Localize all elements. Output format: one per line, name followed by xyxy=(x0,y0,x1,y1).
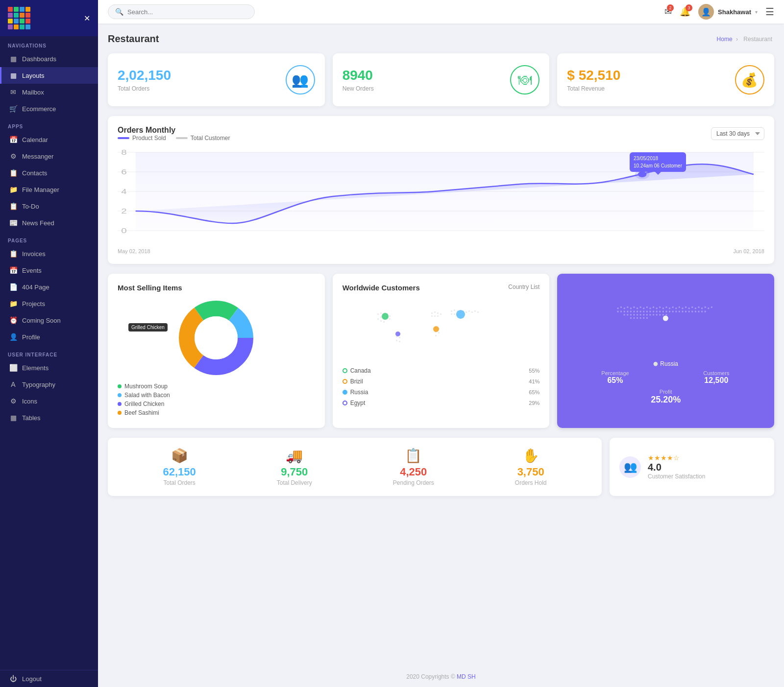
country-row-0: Canada 55% xyxy=(343,367,540,374)
page-header: Restaurant Home › Restaurant xyxy=(108,33,774,45)
nav-icon-404-page: 📄 xyxy=(9,283,17,291)
country-name-0: Canada xyxy=(343,367,371,374)
sidebar-item-profile[interactable]: 👤 Profile xyxy=(0,329,98,345)
svg-rect-44 xyxy=(471,311,473,313)
sidebar-item-elements[interactable]: ⬜ Elements xyxy=(0,359,98,376)
sum-icon-2: 📋 xyxy=(393,448,434,464)
user-info[interactable]: 👤 Shakhawat ▾ xyxy=(698,4,758,20)
svg-rect-141 xyxy=(640,317,641,319)
sidebar-item-events[interactable]: 📅 Events xyxy=(0,262,98,279)
svg-rect-142 xyxy=(643,317,644,319)
sidebar-item-calendar[interactable]: 📅 Calendar xyxy=(0,131,98,148)
nav-icon-invoices: 📋 xyxy=(9,250,17,258)
svg-rect-127 xyxy=(634,314,635,315)
close-icon[interactable]: ✕ xyxy=(84,14,90,23)
map-area xyxy=(343,304,540,367)
svg-rect-79 xyxy=(659,307,661,308)
svg-rect-123 xyxy=(705,311,706,312)
sidebar-item-messanger[interactable]: ⚙ Messanger xyxy=(0,148,98,165)
country-name-1: Brizil xyxy=(343,378,363,385)
topbar-right: ✉ 2 🔔 3 👤 Shakhawat ▾ ☰ xyxy=(664,4,774,20)
footer-link[interactable]: MD SH xyxy=(457,673,476,680)
sidebar-item-file-manager[interactable]: 📁 File Manager xyxy=(0,181,98,198)
svg-rect-66 xyxy=(617,308,619,309)
logout-icon: ⏻ xyxy=(9,675,17,683)
nav-label-mailbox: Mailbox xyxy=(22,89,44,96)
sidebar-item-coming-soon[interactable]: ⏰ Coming Soon xyxy=(0,312,98,329)
search-input[interactable] xyxy=(127,8,247,16)
mail-icon[interactable]: ✉ 2 xyxy=(664,6,672,17)
sidebar-item-layouts[interactable]: ▦ Layouts xyxy=(0,67,98,84)
svg-rect-143 xyxy=(646,317,648,319)
world-map-svg xyxy=(363,304,519,367)
nav-label-coming-soon: Coming Soon xyxy=(22,317,61,324)
sidebar-item-tables[interactable]: ▦ Tables xyxy=(0,409,98,426)
country-circle-3 xyxy=(343,401,347,405)
page-title: Restaurant xyxy=(108,33,159,45)
svg-rect-47 xyxy=(451,313,452,315)
legend-total-customer: Total Customer xyxy=(176,135,230,142)
chart-header-left: Orders Monthly Product Sold Total Custom… xyxy=(118,126,230,142)
svg-rect-36 xyxy=(437,315,439,317)
svg-rect-59 xyxy=(399,337,400,338)
svg-rect-38 xyxy=(454,309,455,311)
svg-rect-82 xyxy=(669,308,670,309)
svg-rect-88 xyxy=(688,308,690,309)
sidebar-item-logout[interactable]: ⏻ Logout xyxy=(0,670,98,687)
svg-rect-114 xyxy=(675,311,677,312)
sum-label-3: Orders Hold xyxy=(515,479,547,486)
sidebar-section-label: PAGES xyxy=(0,231,98,245)
nav-label-ecommerce: Ecommerce xyxy=(22,105,56,113)
sidebar-section-label: NAVIGATIONS xyxy=(0,36,98,50)
nav-label-calendar: Calendar xyxy=(22,136,48,143)
legend-circle-3 xyxy=(118,411,122,415)
sidebar-item-dashboards[interactable]: ▦ Dashboards xyxy=(0,50,98,67)
russia-cust-value: 12,500 xyxy=(668,376,764,385)
chart-filter-select[interactable]: Last 30 days Last 7 days Last 90 days xyxy=(711,127,764,140)
svg-rect-121 xyxy=(698,311,700,312)
svg-rect-74 xyxy=(643,308,644,309)
notif-badge: 3 xyxy=(686,4,692,11)
svg-point-17 xyxy=(195,316,238,359)
sidebar-item-invoices[interactable]: 📋 Invoices xyxy=(0,245,98,262)
legend-dot-product xyxy=(118,137,129,139)
nav-icon-layouts: ▦ xyxy=(9,71,17,79)
sidebar-item-mailbox[interactable]: ✉ Mailbox xyxy=(0,84,98,100)
svg-rect-95 xyxy=(711,307,712,308)
nav-label-elements: Elements xyxy=(22,364,49,372)
sum-value-1: 9,750 xyxy=(277,466,312,478)
sidebar-item-projects[interactable]: 📁 Projects xyxy=(0,295,98,312)
sidebar-item-contacts[interactable]: 📋 Contacts xyxy=(0,165,98,181)
chart-area: 0 2 4 6 8 xyxy=(118,147,764,245)
stat-label-2: Total Revenue xyxy=(567,85,620,92)
svg-rect-43 xyxy=(468,310,470,312)
stat-value-1: 8940 xyxy=(343,68,374,83)
russia-customers: Customers 12,500 xyxy=(668,370,764,385)
svg-rect-69 xyxy=(627,307,628,308)
svg-rect-133 xyxy=(653,314,654,315)
sidebar-item-news-feed[interactable]: 📰 News Feed xyxy=(0,214,98,231)
sidebar-item-to-do[interactable]: 📋 To-Do xyxy=(0,198,98,214)
chevron-down-icon: ▾ xyxy=(755,9,758,15)
svg-rect-78 xyxy=(656,308,658,309)
sidebar-item-ecommerce[interactable]: 🛒 Ecommerce xyxy=(0,100,98,117)
breadcrumb-home[interactable]: Home xyxy=(717,36,733,43)
russia-profit: Profit 25.20% xyxy=(651,389,681,405)
sidebar-item-404-page[interactable]: 📄 404 Page xyxy=(0,279,98,295)
hamburger-icon[interactable]: ☰ xyxy=(765,6,774,18)
svg-rect-139 xyxy=(634,317,635,319)
country-circle-1 xyxy=(343,379,347,384)
svg-rect-32 xyxy=(437,312,439,314)
notification-icon[interactable]: 🔔 3 xyxy=(680,6,690,17)
russia-map xyxy=(567,297,764,355)
svg-rect-83 xyxy=(672,307,674,308)
search-box[interactable]: 🔍 xyxy=(108,4,255,19)
stat-label-1: New Orders xyxy=(343,85,374,92)
svg-rect-42 xyxy=(466,311,467,313)
worldwide-title: Worldwide Customers xyxy=(343,284,420,292)
svg-rect-33 xyxy=(440,313,441,315)
sidebar-item-icons[interactable]: ⚙ Icons xyxy=(0,393,98,409)
svg-rect-86 xyxy=(682,308,684,309)
sidebar-item-typography[interactable]: A Typography xyxy=(0,376,98,393)
selling-legend-label-2: Grilled Chicken xyxy=(124,401,164,407)
